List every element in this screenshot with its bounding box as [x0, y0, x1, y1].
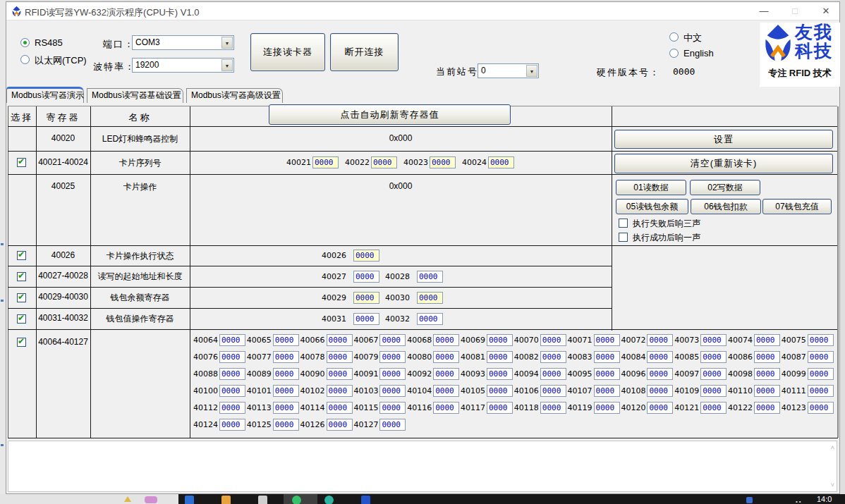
- read-data-button[interactable]: 01读数据: [616, 180, 686, 195]
- row-checkbox-40064-40127[interactable]: [17, 338, 26, 347]
- reg-input-40067[interactable]: 0000: [379, 334, 406, 346]
- reg-input-40113[interactable]: 0000: [273, 402, 299, 414]
- row-checkbox-40026[interactable]: [17, 251, 26, 260]
- tcp-radio[interactable]: [20, 55, 30, 64]
- reg-input-40077[interactable]: 0000: [273, 351, 299, 363]
- reg-input-40076[interactable]: 0000: [219, 351, 245, 363]
- rs485-radio[interactable]: [20, 38, 30, 47]
- reg-input-40101[interactable]: 0000: [273, 385, 299, 397]
- reg-input-40092[interactable]: 0000: [433, 368, 459, 380]
- reg-input-40127[interactable]: 0000: [379, 419, 406, 431]
- tray-icon[interactable]: [746, 497, 753, 503]
- reg-input-40099[interactable]: 0000: [808, 368, 834, 380]
- reg-input-40082[interactable]: 0000: [540, 351, 566, 363]
- reg-input-40115[interactable]: 0000: [379, 402, 406, 414]
- reg-input-40106[interactable]: 0000: [540, 385, 566, 397]
- window-icon[interactable]: [258, 496, 267, 504]
- tab-1[interactable]: Modbus读写器演示: [6, 87, 84, 103]
- reg-input-40032[interactable]: 0000: [417, 313, 443, 325]
- reg-input-40085[interactable]: 0000: [700, 351, 727, 363]
- chevron-down-icon[interactable]: ▼: [221, 37, 233, 49]
- reg-input-40111[interactable]: 0000: [808, 385, 834, 397]
- wallet-recharge-button[interactable]: 07钱包充值: [762, 199, 832, 214]
- port-select[interactable]: COM3 ▼: [132, 35, 234, 50]
- reg-input-40072[interactable]: 0000: [647, 334, 673, 346]
- close-button[interactable]: ✕: [810, 2, 841, 20]
- desktop-icon[interactable]: [124, 496, 131, 502]
- baud-select[interactable]: 19200 ▼: [132, 58, 234, 73]
- reg-input-40068[interactable]: 0000: [433, 334, 459, 346]
- reg-input-40090[interactable]: 0000: [327, 368, 353, 380]
- reg-input-40086[interactable]: 0000: [754, 351, 780, 363]
- reg-input-40102[interactable]: 0000: [327, 385, 353, 397]
- reg-input-40103[interactable]: 0000: [379, 385, 406, 397]
- reg-input-40021[interactable]: 0000: [312, 156, 339, 168]
- reg-input-40075[interactable]: 0000: [808, 334, 834, 346]
- reg-input-40093[interactable]: 0000: [487, 368, 513, 380]
- green-app-icon[interactable]: [292, 496, 301, 504]
- chevron-down-icon[interactable]: ▼: [526, 65, 537, 77]
- beep-fail-checkbox[interactable]: [619, 219, 628, 228]
- scroll-down-icon[interactable]: ˅: [831, 481, 834, 488]
- lang-en-radio[interactable]: [669, 49, 679, 58]
- tray-overflow-icon[interactable]: ••: [796, 498, 803, 504]
- reg-input-40069[interactable]: 0000: [487, 334, 513, 346]
- reg-input-40117[interactable]: 0000: [487, 402, 513, 414]
- folder-icon[interactable]: [221, 496, 231, 504]
- explorer-icon[interactable]: [185, 496, 194, 504]
- reg-input-40094[interactable]: 0000: [540, 368, 566, 380]
- reg-input-40083[interactable]: 0000: [594, 351, 620, 363]
- reg-input-40074[interactable]: 0000: [754, 334, 780, 346]
- reg-input-40030[interactable]: 0000: [417, 292, 443, 304]
- wallet-deduct-button[interactable]: 06钱包扣款: [691, 199, 761, 214]
- reg-input-40084[interactable]: 0000: [647, 351, 673, 363]
- settings-button[interactable]: 设置: [614, 130, 833, 149]
- reg-input-40121[interactable]: 0000: [700, 402, 727, 414]
- reg-input-40110[interactable]: 0000: [754, 385, 780, 397]
- reg-input-40100[interactable]: 0000: [219, 385, 245, 397]
- reg-input-40124[interactable]: 0000: [219, 419, 245, 431]
- reg-input-40087[interactable]: 0000: [808, 351, 834, 363]
- reg-input-40091[interactable]: 0000: [379, 368, 406, 380]
- tab-2[interactable]: Modbus读写器基础设置: [87, 88, 183, 103]
- reg-input-40108[interactable]: 0000: [647, 385, 673, 397]
- reg-input-40066[interactable]: 0000: [327, 334, 353, 346]
- reg-input-40095[interactable]: 0000: [594, 368, 620, 380]
- desktop-icon[interactable]: [145, 496, 157, 503]
- reg-input-40118[interactable]: 0000: [540, 402, 566, 414]
- reg-input-40088[interactable]: 0000: [219, 368, 245, 380]
- reg-input-40105[interactable]: 0000: [487, 385, 513, 397]
- scroll-up-icon[interactable]: ˄: [831, 444, 834, 451]
- reg-input-40029[interactable]: 0000: [353, 292, 379, 304]
- reg-input-40022[interactable]: 0000: [371, 156, 397, 168]
- reg-input-40120[interactable]: 0000: [647, 402, 673, 414]
- write-data-button[interactable]: 02写数据: [690, 180, 760, 195]
- reg-input-40107[interactable]: 0000: [594, 385, 620, 397]
- reg-input-40065[interactable]: 0000: [273, 334, 299, 346]
- reg-input-40122[interactable]: 0000: [754, 402, 780, 414]
- reg-input-40116[interactable]: 0000: [433, 402, 459, 414]
- reg-input-40064[interactable]: 0000: [219, 334, 245, 346]
- reg-input-40024[interactable]: 0000: [488, 156, 514, 168]
- row-checkbox-40027-40028[interactable]: [17, 272, 26, 281]
- maximize-button[interactable]: □: [779, 2, 810, 20]
- chevron-down-icon[interactable]: ▼: [221, 59, 233, 71]
- reg-input-40096[interactable]: 0000: [647, 368, 673, 380]
- reg-input-40125[interactable]: 0000: [273, 419, 299, 431]
- reg-input-40109[interactable]: 0000: [700, 385, 727, 397]
- reg-input-40071[interactable]: 0000: [594, 334, 620, 346]
- row-checkbox-40021-40024[interactable]: [17, 158, 26, 167]
- row-checkbox-40031-40032[interactable]: [17, 314, 26, 324]
- connect-button[interactable]: 连接读卡器: [250, 33, 325, 71]
- reg-input-40027[interactable]: 0000: [353, 271, 379, 283]
- reg-input-40098[interactable]: 0000: [754, 368, 780, 380]
- reg-input-40114[interactable]: 0000: [327, 402, 353, 414]
- lang-zh-radio[interactable]: [669, 32, 679, 42]
- station-select[interactable]: 0 ▼: [478, 63, 539, 78]
- reg-input-40028[interactable]: 0000: [417, 271, 443, 283]
- reg-input-40078[interactable]: 0000: [327, 351, 353, 363]
- reg-input-40112[interactable]: 0000: [219, 402, 245, 414]
- reg-input-40080[interactable]: 0000: [433, 351, 459, 363]
- disconnect-button[interactable]: 断开连接: [330, 33, 399, 71]
- reg-input-40031[interactable]: 0000: [353, 313, 379, 325]
